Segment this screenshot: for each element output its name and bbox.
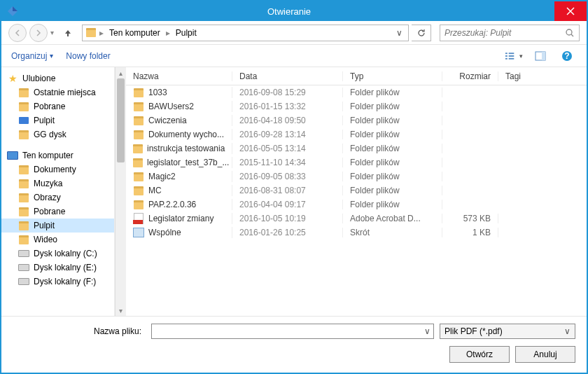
sidebar-item-label: Wideo bbox=[34, 235, 57, 244]
file-row[interactable]: Wspólne2016-01-26 10:25Skrót1 KB bbox=[126, 226, 587, 240]
view-mode-button[interactable]: ▾ bbox=[504, 48, 524, 64]
sidebar-group-label: Ulubione bbox=[22, 74, 55, 83]
file-type: Folder plików bbox=[343, 144, 442, 153]
folder-icon bbox=[18, 178, 29, 189]
file-type: Folder plików bbox=[343, 200, 442, 209]
folder-icon bbox=[18, 220, 29, 231]
sidebar-item-label: Dysk lokalny (E:) bbox=[34, 263, 97, 272]
svg-rect-13 bbox=[542, 52, 545, 60]
help-button[interactable]: ? bbox=[557, 48, 577, 64]
preview-pane-button[interactable] bbox=[531, 48, 550, 64]
sidebar-item[interactable]: Dysk lokalny (F:) bbox=[1, 275, 114, 289]
sidebar-item[interactable]: Obrazy bbox=[1, 191, 114, 205]
sidebar-item[interactable]: Dysk lokalny (E:) bbox=[1, 261, 114, 275]
sidebar-group[interactable]: Ten komputer bbox=[1, 148, 114, 162]
folder-icon bbox=[18, 192, 29, 203]
navbar: ▾ ▸ Ten komputer ▸ Pulpit ∨ bbox=[1, 21, 587, 45]
file-date: 2016-09-28 13:14 bbox=[232, 130, 343, 139]
sidebar-group[interactable]: ★Ulubione bbox=[1, 71, 114, 85]
file-row[interactable]: BAWUsers22016-01-15 13:32Folder plików bbox=[126, 99, 587, 113]
file-date: 2015-11-10 14:34 bbox=[232, 158, 343, 167]
open-button[interactable]: Otwórz bbox=[449, 346, 510, 363]
file-name: 1033 bbox=[148, 88, 167, 97]
back-button[interactable] bbox=[8, 24, 27, 42]
file-name: Dokumenty wycho... bbox=[148, 130, 224, 139]
chevron-down-icon: ∨ bbox=[564, 326, 570, 336]
folder-icon bbox=[133, 171, 144, 182]
scroll-thumb[interactable] bbox=[117, 78, 125, 162]
file-name: MC bbox=[148, 186, 162, 195]
file-row[interactable]: Legislator zmiany2016-10-05 10:19Adobe A… bbox=[126, 212, 587, 226]
file-row[interactable]: 10332016-09-08 15:29Folder plików bbox=[126, 85, 587, 99]
sidebar-item[interactable]: Pobrane bbox=[1, 205, 114, 219]
file-row[interactable]: legislator_test_37b_...2015-11-10 14:34F… bbox=[126, 155, 587, 169]
scroll-down-icon[interactable]: ▾ bbox=[115, 305, 126, 316]
file-type: Folder plików bbox=[343, 102, 442, 111]
file-type-filter[interactable]: Plik PDF (*.pdf) ∨ bbox=[440, 324, 575, 339]
folder-icon bbox=[18, 234, 29, 245]
filename-input[interactable]: ∨ bbox=[151, 324, 434, 339]
crumb-pulpit[interactable]: Pulpit bbox=[173, 28, 200, 38]
header-size[interactable]: Rozmiar bbox=[442, 71, 498, 81]
file-date: 2016-01-26 10:25 bbox=[232, 228, 343, 237]
computer-icon bbox=[7, 150, 18, 161]
file-size: 573 KB bbox=[442, 214, 498, 223]
sidebar-item[interactable]: Pobrane bbox=[1, 99, 114, 113]
file-row[interactable]: Magic22016-09-05 08:33Folder plików bbox=[126, 169, 587, 183]
file-row[interactable]: Cwiczenia2016-04-18 09:50Folder plików bbox=[126, 113, 587, 127]
sidebar-item[interactable]: Ostatnie miejsca bbox=[1, 85, 114, 99]
sidebar-group-label: Ten komputer bbox=[22, 151, 74, 160]
file-row[interactable]: instrukcja testowania2016-05-05 13:14Fol… bbox=[126, 141, 587, 155]
scroll-up-icon[interactable]: ▴ bbox=[115, 67, 126, 78]
sidebar-scrollbar[interactable]: ▴ ▾ bbox=[115, 67, 126, 316]
sidebar-item-label: Dysk lokalny (C:) bbox=[34, 249, 97, 258]
folder-icon bbox=[133, 199, 144, 210]
organize-button[interactable]: Organizuj ▾ bbox=[11, 51, 53, 61]
sidebar-item[interactable]: Dysk lokalny (C:) bbox=[1, 247, 114, 261]
search-input[interactable] bbox=[444, 28, 565, 38]
titlebar: Otwieranie bbox=[1, 1, 587, 21]
header-date[interactable]: Data bbox=[232, 71, 343, 81]
file-row[interactable]: PAP.2.2.0.362016-04-04 09:17Folder plikó… bbox=[126, 198, 587, 212]
folder-icon bbox=[18, 206, 29, 217]
recent-dropdown-icon[interactable]: ▾ bbox=[50, 29, 54, 36]
header-tags[interactable]: Tagi bbox=[498, 71, 587, 81]
file-name: instrukcja testowania bbox=[147, 144, 225, 153]
sidebar-item[interactable]: GG dysk bbox=[1, 127, 114, 141]
sidebar-item[interactable]: Dokumenty bbox=[1, 162, 114, 176]
file-row[interactable]: MC2016-08-31 08:07Folder plików bbox=[126, 183, 587, 198]
star-icon: ★ bbox=[7, 73, 18, 84]
sidebar-item[interactable]: Wideo bbox=[1, 233, 114, 247]
close-button[interactable] bbox=[554, 1, 587, 21]
cancel-button[interactable]: Anuluj bbox=[515, 346, 575, 363]
pdf-icon bbox=[133, 213, 144, 224]
chevron-right-icon: ▸ bbox=[166, 28, 170, 38]
chevron-down-icon: ▾ bbox=[519, 53, 523, 60]
header-type[interactable]: Typ bbox=[343, 71, 442, 81]
file-type: Folder plików bbox=[343, 186, 442, 195]
new-folder-button[interactable]: Nowy folder bbox=[66, 51, 110, 61]
up-button[interactable] bbox=[61, 26, 75, 40]
folder-icon bbox=[133, 101, 144, 112]
file-type: Folder plików bbox=[343, 172, 442, 181]
breadcrumb[interactable]: ▸ Ten komputer ▸ Pulpit ∨ bbox=[82, 25, 409, 41]
sidebar-item[interactable]: Muzyka bbox=[1, 176, 114, 191]
header-name[interactable]: Nazwa bbox=[126, 71, 232, 81]
search-box[interactable] bbox=[440, 25, 580, 41]
file-date: 2016-04-18 09:50 bbox=[232, 116, 343, 125]
file-row[interactable]: Dokumenty wycho...2016-09-28 13:14Folder… bbox=[126, 127, 587, 141]
crumb-computer[interactable]: Ten komputer bbox=[106, 28, 163, 38]
file-name: Magic2 bbox=[148, 172, 176, 181]
refresh-button[interactable] bbox=[412, 25, 431, 41]
sidebar-item[interactable]: Pulpit bbox=[1, 219, 114, 233]
file-type: Folder plików bbox=[343, 88, 442, 97]
forward-button[interactable] bbox=[29, 24, 48, 42]
file-rows: 10332016-09-08 15:29Folder plikówBAWUser… bbox=[126, 85, 587, 316]
file-type: Folder plików bbox=[343, 116, 442, 125]
column-headers: Nazwa Data Typ Rozmiar Tagi bbox=[126, 67, 587, 85]
file-type: Folder plików bbox=[343, 158, 442, 167]
breadcrumb-dropdown-icon[interactable]: ∨ bbox=[393, 28, 405, 38]
svg-rect-8 bbox=[505, 57, 507, 59]
chevron-down-icon[interactable]: ∨ bbox=[424, 326, 430, 336]
sidebar-item[interactable]: Pulpit bbox=[1, 113, 114, 127]
